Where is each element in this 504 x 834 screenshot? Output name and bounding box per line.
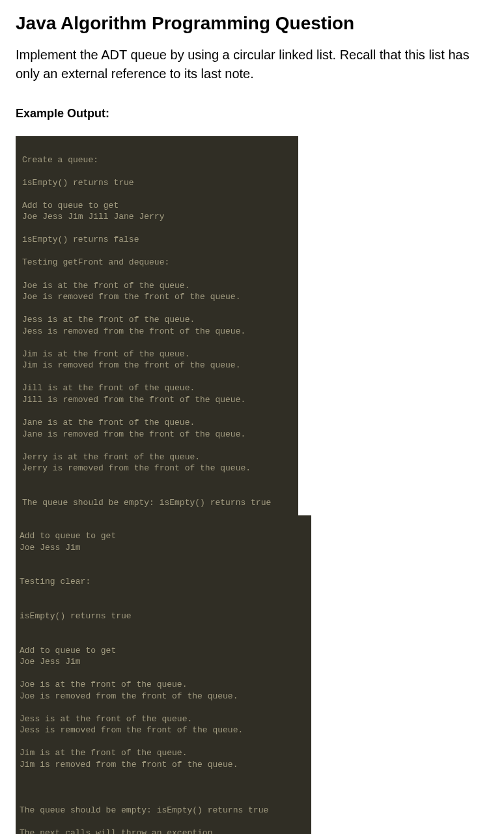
console-output-block-1: Create a queue: isEmpty() returns true A… (16, 136, 298, 515)
console-output-block-2: Add to queue to get Joe Jess Jim Testing… (16, 515, 311, 835)
console-output-container: Create a queue: isEmpty() returns true A… (16, 136, 488, 834)
question-description: Implement the ADT queue by using a circu… (16, 46, 488, 83)
example-output-label: Example Output: (16, 107, 488, 121)
page-title: Java Algorithm Programming Question (16, 13, 488, 34)
